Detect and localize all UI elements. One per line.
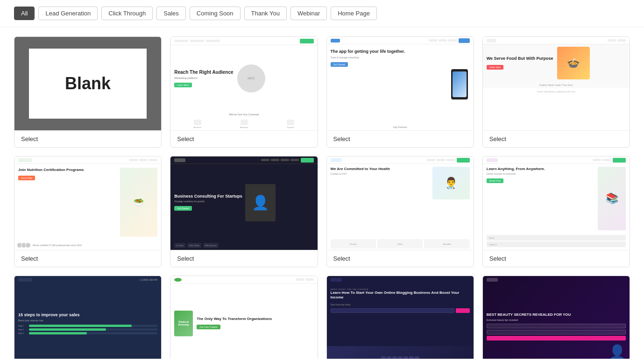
tmpl8-bar3: Step 3 (18, 332, 157, 334)
template-select-5[interactable]: Select (170, 250, 317, 267)
tmpl7-sub: Online courses for everyone (487, 172, 595, 175)
template-preview-2: The app for getting your life together. … (327, 37, 474, 130)
blank-thumb: Blank (14, 37, 161, 130)
template-thumbnail-4: Join Nutrition Certification Programs En… (14, 156, 161, 250)
template-preview-6: We Are Committed to Your Health Contact … (327, 156, 474, 250)
tmpl8-nav: +1 (000) 333-444 (14, 276, 161, 284)
tmpl4-nav (14, 156, 161, 164)
tmpl4-nav-links (129, 159, 157, 161)
tmpl1-icon-3: Targeted (287, 120, 294, 128)
tmpl9-hero: Radical Remedy The Only Way To Transform… (170, 284, 317, 359)
template-select-1[interactable]: Select (170, 130, 317, 147)
template-card-radical[interactable]: Radical Remedy The Only Way To Transform… (170, 276, 318, 359)
tmpl2-cta: Get Started (331, 62, 348, 67)
template-card-blank[interactable]: Blank Select (14, 36, 162, 148)
tmpl2-nav (327, 37, 474, 44)
tmpl1-nav-link1 (190, 40, 204, 42)
tmpl2-phone-screen (453, 71, 467, 97)
tmpl3-nav-link1 (608, 39, 616, 42)
template-thumbnail-11: BEST BEAUTY SECRETS REVEALED FOR YOU Exc… (483, 276, 630, 359)
tmpl7-nav (483, 156, 630, 164)
tmpl8-heading: 15 steps to improve your sales (18, 312, 157, 318)
tmpl6-hero-right: 👨‍⚕️ (432, 167, 470, 235)
template-thumbnail-1: Reach The Right Audience Marketing platf… (170, 37, 317, 130)
template-card-reach-audience[interactable]: Reach The Right Audience Marketing platf… (170, 36, 318, 148)
filter-btn-thank-you[interactable]: Thank You (244, 7, 287, 20)
tmpl4-heading: Join Nutrition Certification Programs (18, 168, 117, 172)
tmpl8-hero: 15 steps to improve your sales Boost you… (14, 284, 161, 359)
template-card-blogging[interactable]: ZERO FIRST ONLINE COURSE Learn How To St… (326, 276, 474, 359)
tmpl10-nav-logo (331, 278, 342, 282)
filter-btn-home-page[interactable]: Home Page (331, 7, 377, 20)
tmpl3-heading: We Serve Food But With Purpose (487, 56, 553, 62)
tmpl5-stat1: 5+ Years (174, 243, 185, 248)
tmpl2-nav-logo (331, 39, 340, 43)
tmpl5-nav-link1 (261, 159, 269, 161)
tmpl10-key-row (381, 356, 419, 359)
tmpl2-nav-link2 (439, 39, 447, 42)
tmpl4-nav-link3 (149, 159, 157, 161)
template-card-educ[interactable]: Learn Anything, From Anywhere. Online co… (482, 156, 630, 267)
tmpl4-cta: Enroll Now (18, 176, 35, 180)
tmpl3-food-img: 🍲 (557, 47, 590, 79)
template-thumbnail-5: Business Consulting For Startups Strateg… (170, 156, 317, 250)
template-card-app[interactable]: The app for getting your life together. … (326, 36, 474, 148)
filter-btn-all[interactable]: All (14, 7, 35, 20)
tmpl2-nav-links (429, 39, 457, 42)
tmpl1-hero-text: Reach The Right Audience Marketing platf… (174, 69, 233, 88)
template-card-business[interactable]: Business Consulting For Startups Strateg… (170, 156, 318, 267)
template-preview-4: Join Nutrition Certification Programs En… (14, 156, 161, 250)
template-select-4[interactable]: Select (14, 250, 161, 267)
template-preview-1: Reach The Right Audience Marketing platf… (170, 37, 317, 130)
template-card-medical[interactable]: We Are Committed to Your Health Contact … (326, 156, 474, 267)
filter-btn-sales[interactable]: Sales (156, 7, 186, 20)
filter-btn-webinar[interactable]: Webinar (290, 7, 327, 20)
tmpl1-nav-cta (300, 39, 314, 43)
tmpl5-cta: Get Started (174, 206, 192, 211)
template-select-7[interactable]: Select (483, 250, 630, 267)
tmpl6-sub: Contact us 24/7 (331, 172, 430, 175)
template-preview-5: Business Consulting For Startups Strateg… (170, 156, 317, 250)
tmpl6-hero: We Are Committed to Your Health Contact … (327, 164, 474, 238)
filter-btn-coming-soon[interactable]: Coming Soon (190, 7, 241, 20)
tmpl10-submit-btn (456, 308, 470, 313)
template-select-2[interactable]: Select (327, 130, 474, 147)
template-card-beauty[interactable]: BEST BEAUTY SECRETS REVEALED FOR YOU Exc… (482, 276, 630, 359)
template-card-sales-improve[interactable]: +1 (000) 333-444 15 steps to improve you… (14, 276, 162, 359)
tmpl5-hero-img: 👤 (245, 184, 276, 221)
tmpl10-input-row (331, 308, 470, 313)
tmpl4-nav-logo (18, 158, 32, 162)
template-select-6[interactable]: Select (327, 250, 474, 267)
tmpl2-nav-cta (459, 38, 470, 43)
template-select-3[interactable]: Select (483, 130, 630, 147)
tmpl5-nav (170, 156, 317, 164)
tmpl9-nav (170, 276, 317, 284)
tmpl2-hero-right (446, 44, 474, 124)
tmpl5-nav-link4 (290, 159, 299, 161)
tmpl6-nav (327, 156, 474, 164)
tmpl7-hero: Learn Anything, From Anywhere. Online co… (483, 164, 630, 233)
tmpl11-input-row3 (487, 336, 626, 341)
filter-btn-click-through[interactable]: Click Through (101, 7, 153, 20)
tmpl1-icon-1: Audience (194, 120, 202, 128)
tmpl2-hero-left: The app for getting your life together. … (327, 44, 446, 124)
tmpl8-fill2 (29, 328, 106, 331)
tmpl7-nav-cta (613, 158, 626, 163)
tmpl2-hero: The app for getting your life together. … (327, 44, 474, 124)
tmpl6-svc1: General (331, 239, 376, 248)
blank-inner: Blank (29, 49, 146, 119)
tmpl5-stats: 5+ Years 100+ Clients 98% Success (170, 241, 317, 250)
template-card-nutrition[interactable]: Join Nutrition Certification Programs En… (14, 156, 162, 267)
tmpl3-nav (483, 37, 630, 44)
filter-btn-lead-generation[interactable]: Lead Generation (38, 7, 98, 20)
tmpl3-nav-link2 (617, 39, 626, 42)
tmpl5-sub: Strategic solutions for growth (174, 200, 242, 203)
tmpl7-course: Part 1 Lesson 1 (483, 233, 630, 250)
template-card-food[interactable]: We Serve Food But With Purpose Order Now… (482, 36, 630, 148)
tmpl4-avatars (18, 242, 31, 248)
template-thumbnail-8: +1 (000) 333-444 15 steps to improve you… (14, 276, 161, 359)
tmpl2-features: App Features (327, 124, 474, 130)
tmpl7-cta: Enroll Free (487, 178, 503, 183)
tmpl5-stat3: 98% Success (203, 243, 218, 248)
template-select-blank[interactable]: Select (14, 130, 161, 147)
